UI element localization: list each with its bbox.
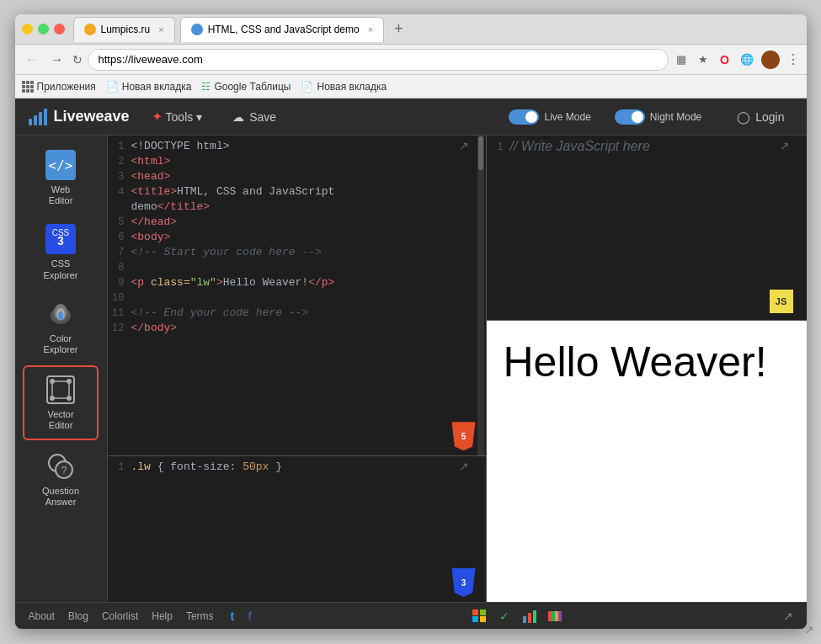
svg-point-8 (58, 311, 63, 320)
window-controls (22, 24, 65, 35)
js-badge-container: JS (770, 290, 793, 313)
footer-expand-button[interactable]: ↗ (783, 609, 793, 623)
html-scrollbar[interactable] (477, 136, 484, 455)
vector-editor-label: VectorEditor (47, 409, 73, 431)
new-tab-button[interactable]: + (389, 20, 408, 38)
css3-badge-container: 3 (452, 568, 476, 597)
title-bar: Lumpics.ru × HTML, CSS and JavaScript de… (15, 14, 807, 45)
login-icon: ◯ (737, 110, 750, 124)
css-expand-button[interactable]: ↗ (459, 460, 469, 473)
css3-badge: 3 (452, 568, 476, 597)
minimize-button[interactable] (22, 24, 33, 35)
sidebar-item-color-explorer[interactable]: ColorExplorer (23, 291, 99, 362)
save-cloud-icon: ☁ (232, 110, 244, 124)
code-line-8: 8 (108, 260, 486, 275)
browser-tab-liveweave[interactable]: HTML, CSS and JavaScript demo × (180, 17, 385, 42)
user-avatar[interactable] (761, 51, 780, 69)
question-answer-label: QuestionAnswer (42, 486, 79, 508)
login-button[interactable]: ◯ Login (728, 107, 792, 127)
html5-badge-container: 5 (452, 422, 476, 450)
twitter-icon[interactable]: t (231, 609, 235, 623)
windows-icon (470, 607, 488, 625)
browser-window: Lumpics.ru × HTML, CSS and JavaScript de… (15, 14, 807, 629)
svg-text:CSS: CSS (52, 228, 70, 237)
bookmark-new-tab-1[interactable]: 📄 Новая вкладка (106, 81, 192, 93)
tab-close-liveweave[interactable]: × (368, 24, 373, 35)
logo-bar-3 (39, 112, 42, 125)
tools-chevron: ▾ (196, 110, 202, 124)
footer-about[interactable]: About (29, 610, 55, 622)
menu-button[interactable]: ⋮ (786, 51, 800, 67)
svg-point-13 (50, 396, 55, 401)
svg-rect-23 (552, 611, 555, 621)
back-button[interactable]: ← (22, 51, 42, 69)
bookmark-new-tab-2[interactable]: 📄 Новая вкладка (301, 81, 387, 93)
footer-expand-area: ↗ (783, 609, 793, 623)
css-editor-pane: 1 .lw { font-size: 50px } ↗ 3 (108, 456, 486, 602)
sidebar-item-vector-editor[interactable]: VectorEditor (23, 365, 99, 439)
svg-rect-10 (52, 381, 69, 398)
live-mode-toggle[interactable] (509, 109, 539, 125)
preview-pane: Hello Weaver! ↗ (487, 321, 807, 602)
close-button[interactable] (54, 24, 65, 35)
sidebar-item-css-explorer[interactable]: 3 CSS CSSExplorer (23, 216, 99, 287)
address-input[interactable] (88, 49, 669, 71)
tab-close-lumpics[interactable]: × (158, 24, 163, 35)
js-line-1: 1 // Write JavaScript here (487, 139, 807, 154)
bookmark-star-icon[interactable]: ★ (696, 52, 711, 67)
tools-icon: ✦ (152, 109, 163, 125)
html-editor-content[interactable]: 1<!DOCTYPE html> 2<html> 3<head> 4<title… (108, 136, 486, 455)
lw-header: Liveweave ✦ Tools ▾ ☁ Save Live Mode (15, 98, 807, 136)
forward-button[interactable]: → (47, 51, 67, 69)
bookmarks-bar: Приложения 📄 Новая вкладка ☷ Google Табл… (15, 75, 807, 98)
login-label: Login (755, 110, 784, 124)
browser-tab-lumpics[interactable]: Lumpics.ru × (73, 17, 175, 42)
css-explorer-icon: 3 CSS (45, 223, 77, 255)
code-line-5: 5</head> (108, 215, 486, 230)
tab-favicon-liveweave (191, 24, 203, 35)
save-button[interactable]: ☁ Save (224, 107, 285, 127)
logo-bar-1 (29, 119, 32, 125)
sidebar-item-question-answer[interactable]: ? QuestionAnswer (23, 444, 99, 514)
tools-menu[interactable]: ✦ Tools ▾ (143, 105, 211, 128)
footer-color-icons: ✓ (470, 607, 564, 625)
code-line-2: 2<html> (108, 154, 486, 169)
color-explorer-icon (45, 298, 77, 330)
color-explorer-label: ColorExplorer (44, 333, 78, 355)
code-line-4: 4<title>HTML, CSS and JavaScript (108, 184, 486, 200)
footer-blog[interactable]: Blog (68, 610, 88, 622)
code-line-7: 7<!-- Start your code here --> (108, 245, 486, 260)
preview-area: 1 // Write JavaScript here ↗ JS Hello We… (487, 136, 807, 602)
live-mode-toggle-group: Live Mode (509, 109, 590, 125)
css-editor-content[interactable]: 1 .lw { font-size: 50px } ↗ (108, 456, 486, 602)
svg-rect-21 (533, 610, 536, 623)
code-line-9: 9<p class="lw">Hello Weaver!</p> (108, 275, 486, 290)
footer-colorlist[interactable]: Colorlist (102, 610, 138, 622)
html-expand-button[interactable]: ↗ (459, 139, 469, 152)
screenshot-icon[interactable]: ▦ (674, 52, 689, 67)
web-editor-label: WebEditor (49, 184, 73, 206)
tab-label-liveweave: HTML, CSS and JavaScript demo (208, 24, 360, 35)
footer-terms[interactable]: Terms (186, 610, 214, 622)
css-line-1: 1 .lw { font-size: 50px } (108, 460, 486, 475)
bar-chart-icon (520, 607, 539, 625)
night-mode-toggle[interactable] (615, 109, 645, 125)
js-expand-button[interactable]: ↗ (780, 139, 790, 152)
save-label: Save (249, 110, 276, 124)
bookmark-new-tab-2-label: Новая вкладка (317, 81, 387, 93)
bookmark-sheets[interactable]: ☷ Google Таблицы (201, 81, 291, 93)
facebook-icon[interactable]: f (248, 609, 252, 623)
live-mode-label: Live Mode (544, 111, 590, 123)
bookmark-new-tab-1-label: Новая вкладка (122, 81, 192, 93)
refresh-button[interactable]: ↻ (72, 53, 83, 67)
footer-help[interactable]: Help (152, 610, 173, 622)
bookmark-apps[interactable]: Приложения (22, 81, 96, 93)
editors-area: 1<!DOCTYPE html> 2<html> 3<head> 4<title… (108, 136, 487, 602)
js-editor-content[interactable]: 1 // Write JavaScript here ↗ (487, 136, 807, 320)
maximize-button[interactable] (38, 24, 49, 35)
svg-point-12 (67, 379, 72, 384)
code-line-1: 1<!DOCTYPE html> (108, 139, 486, 154)
svg-point-11 (50, 379, 55, 384)
sidebar-item-web-editor[interactable]: </> WebEditor (23, 142, 99, 213)
vector-editor-icon (45, 374, 77, 406)
